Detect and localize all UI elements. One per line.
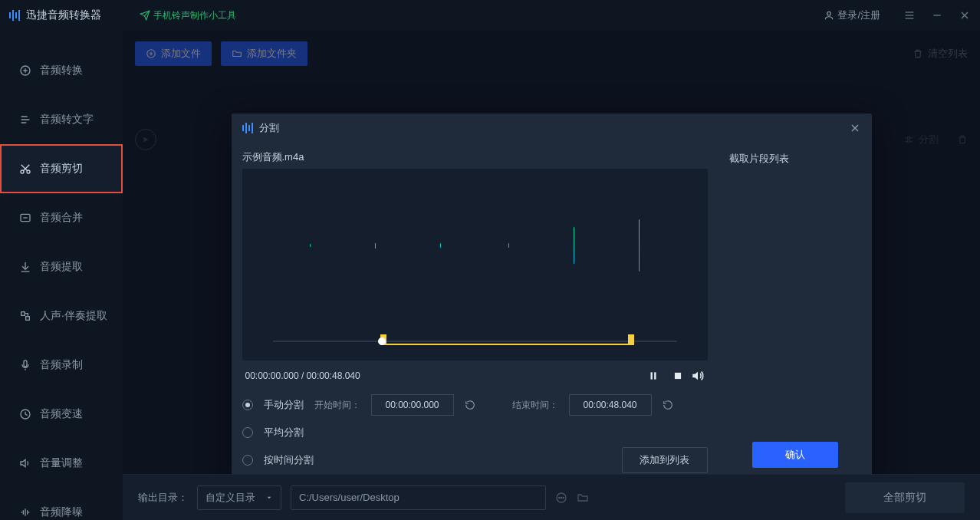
confirm-button[interactable]: 确认 — [752, 442, 838, 468]
start-time-label: 开始时间： — [314, 399, 360, 412]
svg-point-24 — [563, 497, 564, 498]
main-panel: 添加文件 添加文件夹 清空列表 分割 — [123, 31, 980, 520]
paperplane-icon — [140, 10, 150, 21]
sidebar-item-transcribe[interactable]: 音频转文字 — [0, 95, 123, 144]
cut-all-button[interactable]: 全部剪切 — [845, 482, 965, 513]
time-split-label: 按时间分割 — [264, 453, 314, 467]
close-icon — [959, 9, 971, 21]
sidebar-item-record[interactable]: 音频录制 — [0, 341, 123, 390]
segment-list-label: 截取片段列表 — [729, 152, 861, 166]
modal-close-button[interactable] — [849, 122, 861, 134]
close-window-button[interactable] — [959, 9, 971, 21]
svg-rect-12 — [26, 317, 30, 321]
avg-split-radio[interactable] — [242, 427, 253, 438]
ringtone-tool-label: 手机铃声制作小工具 — [153, 9, 236, 22]
modal-title-label: 分割 — [259, 121, 279, 135]
start-time-input[interactable]: 00:00:00.000 — [371, 394, 454, 416]
end-time-label: 结束时间： — [512, 399, 558, 412]
volume-adjust-icon — [18, 457, 32, 469]
sidebar-item-label: 音频降噪 — [40, 505, 83, 519]
sidebar-item-cut[interactable]: 音频剪切 — [0, 144, 123, 193]
sidebar-item-label: 音频提取 — [40, 260, 83, 274]
segment-list-panel: 截取片段列表 确认 — [719, 143, 872, 485]
denoise-icon — [18, 506, 32, 518]
bottombar: 输出目录： 自定义目录 C:/Users/user/Desktop 全部剪切 — [123, 474, 980, 520]
sidebar-item-merge[interactable]: 音频合并 — [0, 193, 123, 242]
sidebar-item-label: 音频转换 — [40, 64, 83, 77]
modal-backdrop: 分割 示例音频.m4a — [123, 31, 980, 520]
pause-button[interactable] — [648, 370, 659, 381]
app-logo: 迅捷音频转换器 — [9, 8, 101, 22]
svg-point-23 — [561, 497, 561, 498]
svg-point-0 — [827, 12, 831, 15]
sidebar-item-label: 音量调整 — [40, 456, 83, 470]
sidebar-item-convert[interactable]: 音频转换 — [0, 46, 123, 95]
sidebar-item-label: 音频变速 — [40, 407, 83, 421]
open-folder-button[interactable] — [577, 492, 589, 504]
user-icon — [824, 10, 834, 21]
record-icon — [18, 359, 32, 371]
manual-split-radio[interactable] — [242, 400, 253, 410]
end-time-reset[interactable] — [663, 400, 673, 410]
open-path-button[interactable] — [555, 492, 567, 504]
avg-split-label: 平均分割 — [264, 426, 304, 439]
sidebar-item-label: 音频转文字 — [40, 113, 94, 127]
range-selector[interactable] — [273, 334, 677, 348]
time-separator: / — [299, 370, 307, 381]
merge-icon — [18, 212, 32, 224]
stop-button[interactable] — [673, 370, 683, 381]
pause-icon — [648, 370, 659, 381]
login-label: 登录/注册 — [837, 8, 880, 22]
modal-left-panel: 示例音频.m4a — [232, 143, 719, 485]
avg-split-row: 平均分割 — [242, 419, 708, 446]
extract-icon — [18, 261, 32, 273]
minimize-button[interactable] — [931, 9, 943, 21]
sidebar-item-label: 音频录制 — [40, 358, 83, 372]
add-to-list-button[interactable]: 添加到列表 — [622, 447, 708, 473]
sidebar-item-vocal[interactable]: 人声·伴奏提取 — [0, 291, 123, 341]
convert-icon — [18, 64, 32, 77]
cut-icon — [18, 163, 32, 175]
svg-rect-20 — [674, 373, 680, 379]
svg-rect-13 — [24, 360, 27, 367]
range-selection[interactable] — [382, 337, 633, 345]
sidebar-item-extract[interactable]: 音频提取 — [0, 242, 123, 291]
folder-icon — [577, 492, 589, 504]
output-dir-select[interactable]: 自定义目录 — [197, 485, 281, 510]
chevron-down-icon — [265, 494, 273, 502]
output-dir-label: 输出目录： — [138, 491, 188, 505]
vocal-icon — [18, 310, 32, 322]
svg-rect-19 — [654, 372, 656, 379]
volume-button[interactable] — [691, 369, 705, 383]
playhead-dot[interactable] — [378, 337, 386, 345]
svg-rect-11 — [21, 312, 25, 316]
app-name: 迅捷音频转换器 — [26, 8, 101, 22]
output-path-input[interactable]: C:/Users/user/Desktop — [291, 485, 546, 510]
time-split-row: 按时间分割 添加到列表 — [242, 446, 708, 474]
stop-icon — [673, 370, 683, 381]
reset-icon — [465, 400, 475, 410]
menu-icon — [903, 9, 916, 21]
time-split-radio[interactable] — [242, 455, 253, 466]
minimize-icon — [931, 9, 943, 21]
waveform-display[interactable] — [242, 169, 708, 360]
sidebar-item-speed[interactable]: 音频变速 — [0, 390, 123, 439]
logo-icon — [9, 10, 20, 21]
transcribe-icon — [18, 114, 32, 126]
menu-button[interactable] — [903, 9, 916, 21]
ellipsis-icon — [555, 492, 567, 504]
svg-point-22 — [558, 497, 559, 498]
time-total: 00:00:48.040 — [307, 370, 360, 381]
speed-icon — [18, 408, 32, 420]
login-link[interactable]: 登录/注册 — [824, 8, 880, 22]
titlebar: 迅捷音频转换器 手机铃声制作小工具 登录/注册 — [0, 0, 980, 31]
svg-rect-18 — [650, 372, 652, 379]
ringtone-tool-link[interactable]: 手机铃声制作小工具 — [140, 9, 236, 22]
sidebar-item-denoise[interactable]: 音频降噪 — [0, 488, 123, 520]
output-dir-select-value: 自定义目录 — [206, 491, 255, 505]
end-time-input[interactable]: 00:00:48.040 — [569, 394, 652, 416]
sidebar-item-volume[interactable]: 音量调整 — [0, 439, 123, 488]
filename-label: 示例音频.m4a — [242, 146, 708, 169]
output-path-value: C:/Users/user/Desktop — [299, 492, 400, 503]
start-time-reset[interactable] — [465, 400, 475, 410]
